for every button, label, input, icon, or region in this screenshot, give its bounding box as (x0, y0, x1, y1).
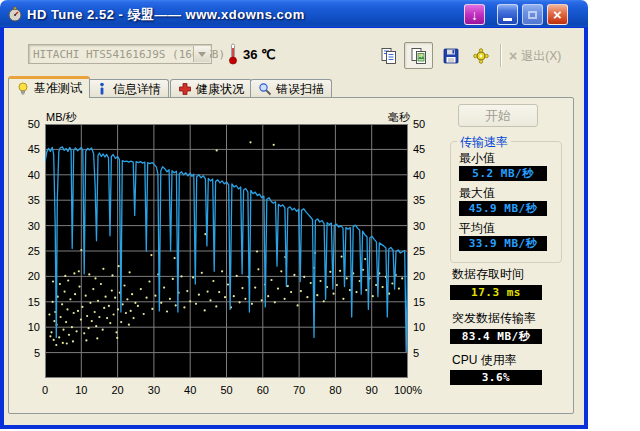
axis-tick-label: 40 (413, 169, 439, 181)
thermometer-icon (227, 43, 239, 65)
axis-tick-label: 15 (413, 296, 439, 308)
desktop: HD Tune 2.52 - 绿盟—— www.xdowns.com ↓ × H… (0, 0, 640, 431)
transfer-rate-group-title: 传输速率 (457, 134, 511, 151)
axis-tick-label: 15 (14, 296, 40, 308)
axis-tick-label: 10 (64, 384, 98, 396)
axis-tick-label: 50 (210, 384, 244, 396)
axis-tick-label: 30 (137, 384, 171, 396)
avg-value: 33.9 MB/秒 (459, 236, 547, 251)
axis-tick-label: 5 (413, 347, 439, 359)
copy-image-icon (410, 47, 428, 65)
close-icon: × (553, 6, 562, 23)
start-button[interactable]: 开始 (458, 104, 538, 127)
axis-tick-label: 35 (14, 194, 40, 206)
axis-tick-label: 20 (413, 270, 439, 282)
tab-benchmark[interactable]: 基准测试 (8, 76, 90, 98)
axis-tick-label: 30 (14, 220, 40, 232)
axis-tick-label: 20 (101, 384, 135, 396)
axis-tick-label: 60 (246, 384, 280, 396)
minimize-button[interactable] (497, 4, 518, 25)
minimize-icon (503, 18, 512, 21)
app-icon (7, 6, 23, 22)
axis-tick-label: 45 (14, 143, 40, 155)
exit-button[interactable]: × 退出(X) (509, 45, 561, 67)
down-arrow-icon: ↓ (471, 7, 478, 23)
maximize-icon (528, 11, 537, 19)
close-button[interactable]: × (547, 4, 568, 25)
save-button[interactable] (436, 42, 465, 69)
access-time-value: 17.3 ms (450, 285, 542, 300)
axis-tick-label: 50 (14, 118, 40, 130)
save-icon (442, 47, 460, 65)
download-promo-button[interactable]: ↓ (464, 4, 485, 25)
cpu-usage-label: CPU 使用率 (452, 352, 517, 369)
access-time-label: 数据存取时间 (452, 266, 524, 283)
axis-tick-label: 100% (391, 384, 425, 396)
tab-health[interactable]: 健康状况 (170, 79, 252, 98)
copy-text-button[interactable] (374, 42, 403, 69)
maximize-button[interactable] (522, 4, 543, 25)
tab-label: 错误扫描 (276, 81, 324, 98)
lightbulb-icon (16, 82, 30, 96)
options-icon (472, 47, 490, 65)
y-axis-right-unit: 毫秒 (370, 110, 410, 125)
axis-tick-label: 45 (413, 143, 439, 155)
exit-x-icon: × (509, 49, 517, 63)
toolbar-separator (500, 44, 502, 67)
axis-tick-label: 50 (413, 118, 439, 130)
chevron-down-icon (198, 52, 206, 57)
axis-tick-label: 0 (28, 384, 62, 396)
copy-icon (380, 47, 398, 65)
axis-tick-label: 40 (173, 384, 207, 396)
benchmark-plot (45, 124, 408, 378)
tab-label: 健康状况 (196, 81, 244, 98)
avg-label: 平均值 (459, 220, 495, 237)
burst-rate-label: 突发数据传输率 (452, 310, 536, 327)
exit-label: 退出(X) (521, 48, 561, 65)
axis-tick-label: 25 (14, 245, 40, 257)
max-label: 最大值 (459, 185, 495, 202)
max-value: 45.9 MB/秒 (459, 201, 547, 216)
axis-tick-label: 40 (14, 169, 40, 181)
combobox-dropdown-button[interactable] (193, 46, 210, 62)
copy-screenshot-button[interactable] (404, 42, 433, 69)
axis-tick-label: 25 (413, 245, 439, 257)
hdtune-window: HD Tune 2.52 - 绿盟—— www.xdowns.com ↓ × H… (0, 0, 588, 429)
options-button[interactable] (466, 42, 495, 69)
benchmark-chart (45, 124, 408, 382)
min-label: 最小值 (459, 150, 495, 167)
window-title: HD Tune 2.52 - 绿盟—— www.xdowns.com (27, 6, 305, 24)
health-cross-icon (178, 82, 192, 96)
magnifier-icon (258, 82, 272, 96)
axis-tick-label: 30 (413, 220, 439, 232)
axis-tick-label: 20 (14, 270, 40, 282)
axis-tick-label: 10 (413, 321, 439, 333)
cpu-usage-value: 3.6% (450, 370, 542, 385)
axis-tick-label: 35 (413, 194, 439, 206)
tab-label: 基准测试 (34, 80, 82, 97)
axis-tick-label: 70 (282, 384, 316, 396)
titlebar[interactable]: HD Tune 2.52 - 绿盟—— www.xdowns.com ↓ × (0, 0, 588, 28)
axis-tick-label: 5 (14, 347, 40, 359)
transfer-rate-groupbox: 传输速率 最小值 5.2 MB/秒 最大值 45.9 MB/秒 平均值 33.9… (450, 141, 562, 263)
tab-error-scan[interactable]: 错误扫描 (250, 79, 332, 98)
drive-select-combobox[interactable]: HITACHI HTS541616J9S (160 GB) (28, 44, 212, 64)
burst-rate-value: 83.4 MB/秒 (450, 329, 542, 344)
temperature-value: 36 ℃ (243, 47, 276, 62)
axis-tick-label: 90 (355, 384, 389, 396)
axis-tick-label: 10 (14, 321, 40, 333)
tab-info[interactable]: 信息详情 (87, 79, 169, 98)
axis-tick-label: 80 (318, 384, 352, 396)
min-value: 5.2 MB/秒 (459, 166, 547, 181)
y-axis-left-unit: MB/秒 (46, 110, 77, 125)
tab-label: 信息详情 (113, 81, 161, 98)
info-icon (95, 82, 109, 96)
